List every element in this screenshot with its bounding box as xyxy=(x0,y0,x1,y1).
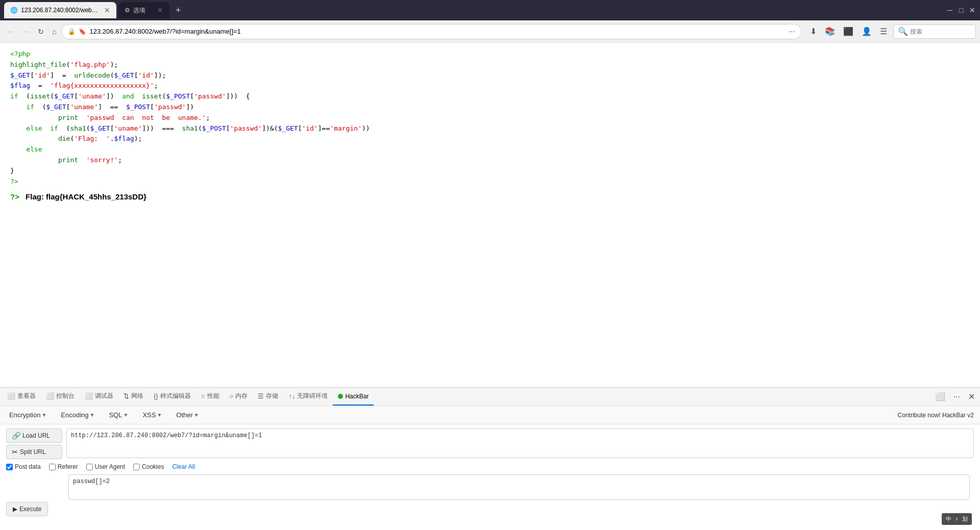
other-menu[interactable]: Other ▼ xyxy=(173,409,202,421)
load-url-label: Load URL xyxy=(22,432,50,439)
devtools-panel: ⬜ 查看器 ⬜ 控制台 ⬜ 调试器 ⇅ 网络 {} 样式编辑器 ○ 性能 xyxy=(0,387,980,530)
other-label: Other xyxy=(176,411,193,419)
forward-button[interactable]: → xyxy=(19,26,33,38)
tab-performance[interactable]: ○ 性能 xyxy=(196,388,225,406)
tab-storage[interactable]: ☰ 存储 xyxy=(253,388,283,406)
post-data-checkbox[interactable] xyxy=(6,464,13,470)
url-input[interactable]: http://123.206.87.240:8002/web7/?id=marg… xyxy=(66,428,974,458)
encoding-menu[interactable]: Encoding ▼ xyxy=(58,409,97,421)
post-data-checkbox-label[interactable]: Post data xyxy=(6,463,41,470)
cookies-checkbox-label[interactable]: Cookies xyxy=(133,463,164,470)
inspector-icon: ⬜ xyxy=(7,392,15,400)
minimize-button[interactable]: ─ xyxy=(946,7,953,14)
tab-debugger[interactable]: ⬜ 调试器 xyxy=(80,388,118,406)
cookies-checkbox[interactable] xyxy=(133,464,140,470)
encoding-label: Encoding xyxy=(61,411,88,419)
tabs-button[interactable]: ⬛ xyxy=(841,24,855,38)
styles-label: 样式编辑器 xyxy=(160,392,191,400)
code-line-5: if (isset($_GET['uname']) and isset($_PO… xyxy=(10,91,970,102)
bookmarks-button[interactable]: 📚 xyxy=(823,24,837,38)
home-button[interactable]: ⌂ xyxy=(49,26,59,38)
hackbar-content: Encryption ▼ Encoding ▼ SQL ▼ XSS ▼ Othe… xyxy=(0,406,980,530)
tab-network[interactable]: ⇅ 网络 xyxy=(118,388,149,406)
bookmark-icon: 🔖 xyxy=(79,28,86,35)
browser-window: 🌐 123.206.87.240:8002/web7/?id=… ✕ ⚙ 选项 … xyxy=(0,0,980,530)
code-line-1: <?php xyxy=(10,49,970,60)
user-agent-label: User Agent xyxy=(95,463,125,470)
extensions-button[interactable]: ☰ xyxy=(878,24,889,38)
cookies-label: Cookies xyxy=(142,463,164,470)
devtools-close-button[interactable]: ✕ xyxy=(965,390,978,403)
tab-styles[interactable]: {} 样式编辑器 xyxy=(149,388,196,406)
console-icon: ⬜ xyxy=(46,392,54,400)
encryption-arrow-icon: ▼ xyxy=(41,412,46,418)
settings-tab[interactable]: ⚙ 选项 ✕ xyxy=(118,2,169,18)
encryption-menu[interactable]: Encryption ▼ xyxy=(6,409,50,421)
code-line-18: } xyxy=(10,166,970,176)
split-url-button[interactable]: ✂ Split URL xyxy=(6,445,62,459)
downloads-button[interactable]: ⬇ xyxy=(808,24,819,38)
sql-label: SQL xyxy=(109,411,122,419)
new-tab-button[interactable]: + xyxy=(172,5,185,16)
xss-label: XSS xyxy=(142,411,156,419)
restore-button[interactable]: □ xyxy=(958,7,965,14)
accessibility-icon: ↑↓ xyxy=(288,392,295,400)
active-tab[interactable]: 🌐 123.206.87.240:8002/web7/?id=… ✕ xyxy=(4,2,116,18)
search-box[interactable]: 🔍 xyxy=(893,24,976,39)
network-label: 网络 xyxy=(131,392,143,400)
accessibility-label: 无障碍环境 xyxy=(297,392,328,400)
address-more-button[interactable]: ··· xyxy=(789,27,795,36)
devtools-dock-button[interactable]: ⬜ xyxy=(932,390,948,403)
post-data-label: Post data xyxy=(15,463,41,470)
settings-tab-icon: ⚙ xyxy=(125,7,130,14)
back-button[interactable]: ← xyxy=(4,26,17,38)
account-button[interactable]: 👤 xyxy=(860,24,874,38)
split-url-label: Split URL xyxy=(20,448,46,456)
hackbar-label: HackBar xyxy=(345,393,369,400)
storage-label: 存储 xyxy=(266,392,278,400)
sql-menu[interactable]: SQL ▼ xyxy=(106,409,131,421)
settings-tab-title: 选项 xyxy=(133,6,145,15)
hackbar-contribute[interactable]: Contribute now! HackBar v2 xyxy=(898,412,974,419)
address-bar[interactable]: 🔒 🔖 ··· xyxy=(61,24,802,39)
user-agent-checkbox[interactable] xyxy=(86,464,93,470)
execute-row: ▶ Execute xyxy=(0,500,980,518)
execute-button[interactable]: ▶ Execute xyxy=(6,502,48,516)
code-line-3: $_GET['id'] = urldecode($_GET['id']); xyxy=(10,70,970,81)
clear-all-button[interactable]: Clear All xyxy=(172,463,195,470)
code-line-10: else if (sha1($_GET['uname'])) === sha1(… xyxy=(10,123,970,134)
post-data-input[interactable]: passwd[]=2 xyxy=(68,474,970,500)
navigation-bar: ← → ↻ ⌂ 🔒 🔖 ··· ⬇ 📚 ⬛ 👤 ☰ 🔍 xyxy=(0,20,980,43)
tab-close-icon[interactable]: ✕ xyxy=(104,6,110,14)
tab-console[interactable]: ⬜ 控制台 xyxy=(41,388,80,406)
split-url-icon: ✂ xyxy=(12,448,18,456)
user-agent-checkbox-label[interactable]: User Agent xyxy=(86,463,125,470)
performance-label: 性能 xyxy=(207,392,219,400)
contribute-text: Contribute now! xyxy=(898,412,941,419)
post-section: Post data Referer User Agent Cookie xyxy=(0,463,980,500)
xss-menu[interactable]: XSS ▼ xyxy=(139,409,165,421)
search-input[interactable] xyxy=(910,28,971,35)
tab-accessibility[interactable]: ↑↓ 无障碍环境 xyxy=(283,388,333,406)
tab-hackbar[interactable]: HackBar xyxy=(333,388,374,406)
settings-tab-close-icon[interactable]: ✕ xyxy=(157,6,163,14)
address-input[interactable] xyxy=(89,28,785,35)
devtools-more-button[interactable]: ··· xyxy=(950,390,963,403)
execute-icon: ▶ xyxy=(13,506,17,513)
inspector-label: 查看器 xyxy=(17,392,36,400)
referer-checkbox-label[interactable]: Referer xyxy=(49,463,78,470)
tab-memory[interactable]: ○ 内存 xyxy=(225,388,253,406)
reload-button[interactable]: ↻ xyxy=(35,26,47,38)
tab-inspector[interactable]: ⬜ 查看器 xyxy=(2,388,41,406)
referer-checkbox[interactable] xyxy=(49,464,56,470)
console-label: 控制台 xyxy=(56,392,75,400)
debugger-icon: ⬜ xyxy=(85,392,93,400)
close-button[interactable]: ✕ xyxy=(969,7,976,14)
page-content: <?php highlight_file('flag.php'); $_GET[… xyxy=(0,43,980,387)
code-line-19: ?> xyxy=(10,176,970,187)
devtools-tab-bar: ⬜ 查看器 ⬜ 控制台 ⬜ 调试器 ⇅ 网络 {} 样式编辑器 ○ 性能 xyxy=(0,388,980,406)
hackbar-body: 🔗 Load URL ✂ Split URL http://123.206.87… xyxy=(0,424,980,530)
network-icon: ⇅ xyxy=(124,392,129,400)
load-url-button[interactable]: 🔗 Load URL xyxy=(6,428,62,443)
hint-pinyin: ♪ xyxy=(955,515,959,523)
